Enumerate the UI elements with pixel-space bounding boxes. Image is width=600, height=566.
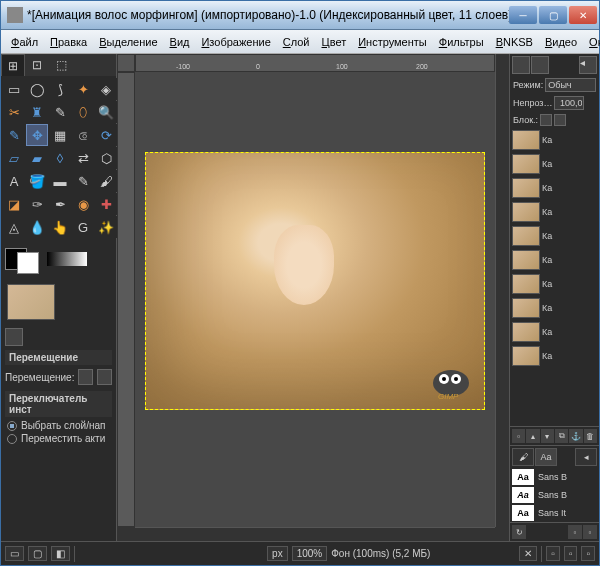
move-path-mode[interactable]: [97, 369, 112, 385]
canvas-image[interactable]: GIMP: [145, 152, 485, 410]
opacity-input[interactable]: [554, 96, 584, 110]
tool-heal[interactable]: ✚: [95, 193, 117, 215]
blend-mode-select[interactable]: Обыч: [545, 78, 596, 92]
ruler-corner[interactable]: [117, 54, 135, 72]
fonts-menu-icon[interactable]: ◂: [575, 448, 597, 466]
tool-align[interactable]: ▦: [49, 124, 71, 146]
layer-row[interactable]: Ка: [510, 152, 599, 176]
ruler-horizontal[interactable]: -1000100200300: [135, 54, 495, 72]
menu-правка[interactable]: Правка: [44, 33, 93, 51]
menu-инструменты[interactable]: Инструменты: [352, 33, 433, 51]
layers-tab-icon[interactable]: [512, 56, 530, 74]
tool-crop[interactable]: ⟃: [72, 124, 94, 146]
tool-airbrush[interactable]: ✑: [26, 193, 48, 215]
menu-окна[interactable]: Окна: [583, 33, 600, 51]
active-image-thumb[interactable]: [7, 284, 55, 320]
zoom-select[interactable]: 100%: [292, 546, 328, 561]
sb-right-icon3[interactable]: ▫: [581, 546, 595, 561]
minimize-button[interactable]: ─: [509, 6, 537, 24]
menu-слой[interactable]: Слой: [277, 33, 316, 51]
nav-preview-button[interactable]: [495, 527, 509, 541]
tool-ink[interactable]: ✒: [49, 193, 71, 215]
radio-pick-layer[interactable]: [7, 421, 17, 431]
layer-row[interactable]: Ка: [510, 200, 599, 224]
menu-bnksb[interactable]: BNKSB: [490, 33, 539, 51]
menu-изображение[interactable]: Изображение: [195, 33, 276, 51]
tool-smudge[interactable]: 👆: [49, 216, 71, 238]
layer-row[interactable]: Ка: [510, 248, 599, 272]
move-layer-mode[interactable]: [78, 369, 93, 385]
duplicate-layer-button[interactable]: ⧉: [555, 429, 568, 443]
tool-fill[interactable]: 🪣: [26, 170, 48, 192]
tool-scale[interactable]: ▱: [3, 147, 25, 169]
tool-ellipse-select[interactable]: ◯: [26, 78, 48, 100]
layer-row[interactable]: Ка: [510, 272, 599, 296]
close-button[interactable]: ✕: [569, 6, 597, 24]
tool-blur[interactable]: 💧: [26, 216, 48, 238]
sb-icon2[interactable]: ▢: [28, 546, 47, 561]
radio-move-active[interactable]: [7, 434, 17, 444]
toolbox-tab-2[interactable]: ⬚: [49, 54, 73, 76]
font-row[interactable]: AaSans B: [510, 468, 599, 486]
background-color-swatch[interactable]: [17, 252, 39, 274]
gradient-thumb[interactable]: [47, 252, 87, 266]
brushes-tab[interactable]: 🖌: [512, 448, 534, 466]
tool-foreground[interactable]: ♜: [26, 101, 48, 123]
tool-color-select[interactable]: ◈: [95, 78, 117, 100]
panel-menu-icon[interactable]: ◂: [579, 56, 597, 74]
menu-видео[interactable]: Видео: [539, 33, 583, 51]
toolbox-tab-1[interactable]: ⊡: [25, 54, 49, 76]
tool-cage[interactable]: ⬡: [95, 147, 117, 169]
menu-файл[interactable]: Файл: [5, 33, 44, 51]
menu-вид[interactable]: Вид: [164, 33, 196, 51]
tool-pencil[interactable]: ✎: [72, 170, 94, 192]
layer-row[interactable]: Ка: [510, 344, 599, 368]
sb-right-icon2[interactable]: ▫: [564, 546, 578, 561]
tool-options-tab-icon[interactable]: [5, 328, 23, 346]
fonts-large-button[interactable]: ▫: [583, 525, 597, 539]
scrollbar-horizontal[interactable]: [135, 527, 495, 541]
sb-right-icon1[interactable]: ▫: [546, 546, 560, 561]
tool-move[interactable]: ✥: [26, 124, 48, 146]
layer-up-button[interactable]: ▴: [526, 429, 539, 443]
refresh-fonts-button[interactable]: ↻: [512, 525, 526, 539]
tool-clone[interactable]: ◉: [72, 193, 94, 215]
tool-text[interactable]: A: [3, 170, 25, 192]
maximize-button[interactable]: ▢: [539, 6, 567, 24]
tool-measure[interactable]: ✎: [3, 124, 25, 146]
menu-фильтры[interactable]: Фильтры: [433, 33, 490, 51]
canvas-menu-button[interactable]: [495, 54, 509, 72]
anchor-layer-button[interactable]: ⚓: [569, 429, 582, 443]
layer-row[interactable]: Ка: [510, 176, 599, 200]
layer-row[interactable]: Ка: [510, 296, 599, 320]
toolbox-tab-0[interactable]: ⊞: [1, 54, 25, 76]
tool-zoom[interactable]: 🔍: [95, 101, 117, 123]
tool-shear[interactable]: ▰: [26, 147, 48, 169]
layer-row[interactable]: Ка: [510, 128, 599, 152]
fonts-small-button[interactable]: ▫: [568, 525, 582, 539]
fonts-tab[interactable]: Aa: [535, 448, 557, 466]
font-row[interactable]: AaSans B: [510, 486, 599, 504]
sb-icon1[interactable]: ▭: [5, 546, 24, 561]
lock-pixels-icon[interactable]: [540, 114, 552, 126]
tool-perspective[interactable]: ◊: [49, 147, 71, 169]
tool-fuzzy-select[interactable]: ✦: [72, 78, 94, 100]
tool-rect-select[interactable]: ▭: [3, 78, 25, 100]
sb-cancel-button[interactable]: ✕: [519, 546, 537, 561]
lock-alpha-icon[interactable]: [554, 114, 566, 126]
layer-row[interactable]: Ка: [510, 224, 599, 248]
menu-цвет[interactable]: Цвет: [316, 33, 353, 51]
menu-выделение[interactable]: Выделение: [93, 33, 163, 51]
tool-paths[interactable]: ✎: [49, 101, 71, 123]
tool-flip[interactable]: ⇄: [72, 147, 94, 169]
sb-icon3[interactable]: ◧: [51, 546, 70, 561]
ruler-vertical[interactable]: [117, 72, 135, 527]
tool-perspective-clone[interactable]: ◬: [3, 216, 25, 238]
tool-free-select[interactable]: ⟆: [49, 78, 71, 100]
channels-tab-icon[interactable]: [531, 56, 549, 74]
tool-rotate[interactable]: ⟳: [95, 124, 117, 146]
layer-row[interactable]: Ка: [510, 320, 599, 344]
tool-dodge[interactable]: G: [72, 216, 94, 238]
tool-blend[interactable]: ▬: [49, 170, 71, 192]
delete-layer-button[interactable]: 🗑: [584, 429, 597, 443]
